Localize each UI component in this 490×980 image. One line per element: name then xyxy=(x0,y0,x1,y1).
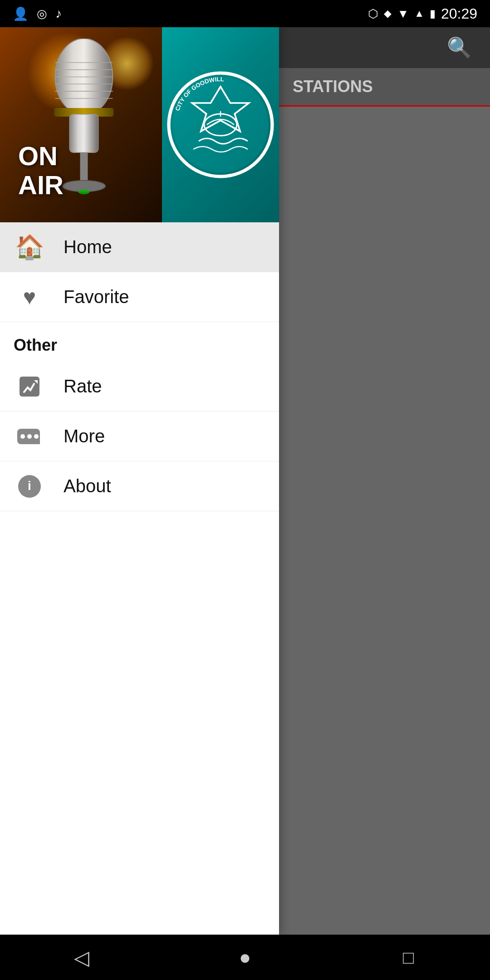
cast-icon: ⬡ xyxy=(368,7,378,21)
svg-point-23 xyxy=(27,434,32,439)
heart-icon-container: ♥ xyxy=(14,281,45,313)
stations-text: STATIONS xyxy=(293,77,373,96)
status-icons-left: 👤 ◎ ♪ xyxy=(13,6,62,21)
heart-icon: ♥ xyxy=(23,284,36,309)
drawer-navigation: 🏠 Home ♥ Favorite Other xyxy=(0,222,279,935)
city-logo: CITY OF GOODWILL xyxy=(166,70,275,179)
svg-point-22 xyxy=(20,434,25,439)
stations-label: STATIONS xyxy=(279,68,490,107)
favorite-label: Favorite xyxy=(64,287,129,307)
navigation-drawer: ON AIR CITY OF GOODWILL xyxy=(0,27,279,935)
info-icon-container: i xyxy=(14,470,45,502)
rate-label: Rate xyxy=(64,376,102,397)
nav-item-home[interactable]: 🏠 Home xyxy=(0,222,279,272)
music-icon: ♪ xyxy=(55,6,62,21)
svg-point-11 xyxy=(78,190,89,195)
header-teal-bg: CITY OF GOODWILL xyxy=(162,27,279,222)
main-container: ON AIR CITY OF GOODWILL xyxy=(0,27,490,935)
more-icon-container xyxy=(14,421,45,452)
other-section-header: Other xyxy=(0,322,279,362)
svg-text:i: i xyxy=(28,479,31,493)
svg-rect-8 xyxy=(69,114,98,152)
user-icon: 👤 xyxy=(13,6,29,21)
status-icons-right: ⬡ ◆ ▼ ▲ ▮ 20:29 xyxy=(368,5,477,22)
home-label: Home xyxy=(64,237,112,257)
nav-item-more[interactable]: More xyxy=(0,412,279,461)
recents-icon: □ xyxy=(403,947,414,968)
other-section-label: Other xyxy=(14,336,57,354)
camera-icon: ◎ xyxy=(37,7,47,21)
back-button[interactable]: ◁ xyxy=(54,939,109,975)
rate-icon-container xyxy=(14,371,45,402)
home-icon: 🏠 xyxy=(15,233,44,261)
nav-item-rate[interactable]: Rate xyxy=(0,362,279,412)
right-panel-top-bar: 🔍 xyxy=(279,27,490,68)
more-label: More xyxy=(64,426,105,446)
more-icon xyxy=(16,425,43,448)
about-icon: i xyxy=(17,474,42,499)
on-air-text: ON AIR xyxy=(18,142,64,200)
svg-point-24 xyxy=(34,434,39,439)
drawer-header-image: ON AIR CITY OF GOODWILL xyxy=(0,27,279,222)
home-button[interactable]: ● xyxy=(218,939,272,975)
recents-button[interactable]: □ xyxy=(381,939,436,975)
wifi-icon: ▼ xyxy=(397,7,409,21)
back-icon: ◁ xyxy=(74,946,89,969)
battery-icon: ▮ xyxy=(430,7,436,20)
arrow-icon: ◆ xyxy=(384,8,392,20)
home-nav-icon: ● xyxy=(239,946,251,969)
status-bar: 👤 ◎ ♪ ⬡ ◆ ▼ ▲ ▮ 20:29 xyxy=(0,0,490,27)
time-display: 20:29 xyxy=(441,5,477,22)
home-icon-container: 🏠 xyxy=(14,231,45,263)
rate-icon xyxy=(18,375,41,398)
nav-item-favorite[interactable]: ♥ Favorite xyxy=(0,272,279,322)
nav-item-about[interactable]: i About xyxy=(0,461,279,511)
about-label: About xyxy=(64,476,111,496)
search-icon[interactable]: 🔍 xyxy=(447,36,472,59)
svg-rect-18 xyxy=(20,377,39,397)
bottom-navigation-bar: ◁ ● □ xyxy=(0,935,490,980)
right-panel: 🔍 STATIONS dio ⏸ xyxy=(279,27,490,935)
signal-icon: ▲ xyxy=(414,8,424,20)
